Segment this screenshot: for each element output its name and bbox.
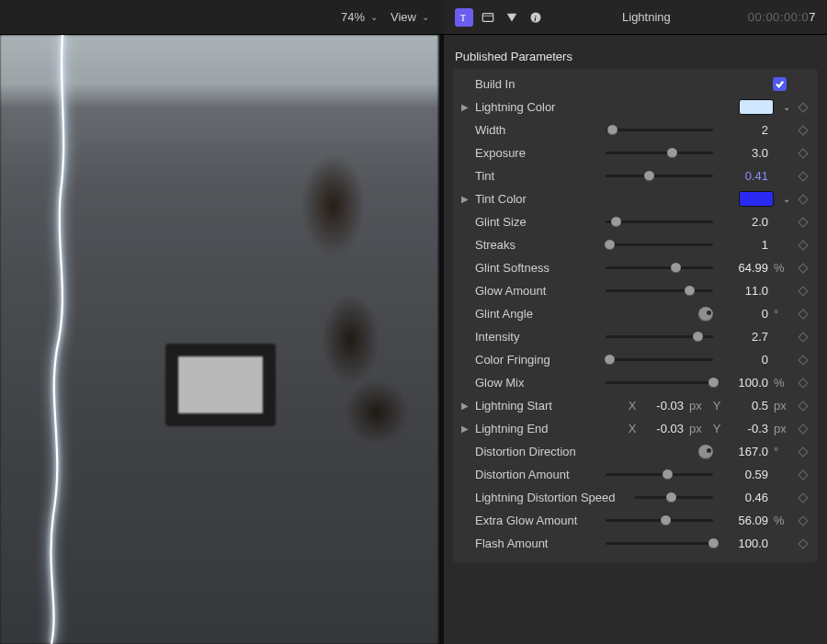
tab-text[interactable]: T — [455, 8, 473, 27]
param-flash-amount: Flash Amount 100.0 — [453, 532, 818, 555]
slider-tint[interactable] — [606, 170, 713, 183]
slider-distortion-amount[interactable] — [606, 469, 713, 481]
keyframe-button[interactable] — [794, 265, 812, 272]
dial-glint-angle[interactable] — [698, 307, 713, 322]
keyframe-button[interactable] — [794, 494, 812, 502]
keyframe-button[interactable] — [794, 379, 812, 387]
param-glow-mix: Glow Mix 100.0% — [453, 371, 818, 394]
param-streaks: Streaks 1 — [453, 233, 818, 256]
slider-lightning-distortion-speed[interactable] — [635, 491, 713, 504]
param-intensity: Intensity 2.7 — [453, 325, 818, 348]
param-distortion-amount: Distortion Amount 0.59 — [453, 463, 818, 486]
inspector-tabs: T i — [455, 8, 545, 27]
zoom-value: 74% — [341, 10, 365, 24]
viewer-canvas[interactable] — [0, 35, 444, 644]
keyframe-button[interactable] — [794, 104, 812, 111]
slider-streaks[interactable] — [606, 239, 713, 252]
param-tint-color: ▶ Tint Color ⌄ — [453, 187, 818, 210]
keyframe-button[interactable] — [794, 402, 812, 410]
param-glint-angle: Glint Angle 0° — [453, 302, 818, 325]
slider-intensity[interactable] — [606, 331, 713, 344]
keyframe-button[interactable] — [794, 311, 812, 318]
value-lightning-end-x[interactable]: -0.03 — [643, 422, 684, 435]
section-header: Published Parameters — [453, 42, 818, 69]
inspector-title: Lightning — [545, 10, 748, 24]
disclosure-triangle-icon[interactable]: ▶ — [459, 102, 471, 112]
keyframe-button[interactable] — [794, 219, 812, 226]
param-extra-glow-amount: Extra Glow Amount 56.09% — [453, 509, 818, 532]
keyframe-button[interactable] — [794, 356, 812, 364]
value-lightning-start-y[interactable]: 0.5 — [728, 399, 768, 412]
timecode-readout: 00:00:00:07 — [748, 10, 816, 24]
slider-glint-softness[interactable] — [606, 262, 713, 275]
svg-marker-3 — [507, 13, 517, 21]
inspector-body: Published Parameters Build In ▶ — [444, 35, 827, 644]
keyframe-button[interactable] — [794, 540, 812, 548]
chevron-down-icon: ⌄ — [370, 12, 378, 22]
chevron-down-icon[interactable]: ⌄ — [783, 102, 790, 112]
keyframe-button[interactable] — [794, 471, 812, 479]
checkbox-build-in[interactable] — [773, 77, 787, 91]
label-build-in: Build In — [475, 77, 602, 91]
slider-extra-glow-amount[interactable] — [606, 514, 713, 527]
keyframe-button[interactable] — [794, 517, 812, 525]
view-menu[interactable]: View ⌄ — [391, 10, 429, 24]
view-label: View — [391, 10, 416, 24]
keyframe-button[interactable] — [794, 127, 812, 134]
keyframe-button[interactable] — [794, 333, 812, 341]
disclosure-triangle-icon[interactable]: ▶ — [459, 424, 471, 434]
slider-color-fringing[interactable] — [606, 354, 713, 367]
slider-glint-size[interactable] — [606, 216, 713, 229]
zoom-menu[interactable]: 74% ⌄ — [341, 10, 378, 24]
param-tint: Tint 0.41 — [453, 164, 818, 187]
param-lightning-color: ▶ Lightning Color ⌄ — [453, 96, 818, 119]
keyframe-button[interactable] — [794, 288, 812, 295]
param-glint-size: Glint Size 2.0 — [453, 210, 818, 233]
param-color-fringing: Color Fringing 0 — [453, 348, 818, 371]
param-build-in: Build In — [453, 73, 818, 96]
dial-distortion-direction[interactable] — [698, 445, 713, 459]
inspector-header: T i Lightning 00:00:00:07 — [444, 0, 827, 35]
timecode-prefix: 00:00:00:0 — [748, 10, 809, 24]
tab-video[interactable] — [479, 8, 497, 27]
disclosure-triangle-icon[interactable]: ▶ — [459, 401, 471, 411]
chevron-down-icon: ⌄ — [422, 12, 429, 22]
canvas-shape — [165, 344, 276, 426]
value-lightning-end-y[interactable]: -0.3 — [728, 422, 768, 435]
param-lightning-start: ▶ Lightning Start X -0.03 px Y 0.5 px — [453, 394, 818, 417]
svg-text:T: T — [460, 12, 467, 22]
svg-rect-1 — [482, 13, 493, 21]
param-glow-amount: Glow Amount 11.0 — [453, 279, 818, 302]
parameters-group: Build In ▶ Lightning Color ⌄ — [453, 69, 818, 562]
slider-width[interactable] — [606, 124, 713, 137]
keyframe-button[interactable] — [794, 173, 812, 180]
colorwell-tint-color[interactable] — [739, 191, 774, 207]
param-exposure: Exposure 3.0 — [453, 141, 818, 164]
param-lightning-end: ▶ Lightning End X -0.03 px Y -0.3 px — [453, 417, 818, 440]
colorwell-lightning-color[interactable] — [739, 99, 774, 115]
timecode-frame: 7 — [809, 10, 816, 24]
chevron-down-icon[interactable]: ⌄ — [783, 194, 790, 204]
tab-filter[interactable] — [503, 8, 521, 27]
slider-glow-amount[interactable] — [606, 285, 713, 298]
keyframe-button[interactable] — [794, 425, 812, 433]
slider-exposure[interactable] — [606, 147, 713, 160]
viewer-toolbar: 74% ⌄ View ⌄ — [0, 0, 444, 35]
param-distortion-direction: Distortion Direction 167.0° — [453, 440, 818, 463]
slider-glow-mix[interactable] — [606, 377, 713, 390]
canvas-backdrop — [0, 35, 438, 644]
slider-flash-amount[interactable] — [606, 537, 713, 550]
param-lightning-distortion-speed: Lightning Distortion Speed 0.46 — [453, 486, 818, 509]
keyframe-button[interactable] — [794, 448, 812, 456]
param-width: Width 2 — [453, 119, 818, 141]
disclosure-triangle-icon[interactable]: ▶ — [459, 194, 471, 204]
param-glint-softness: Glint Softness 64.99% — [453, 256, 818, 279]
tab-info[interactable]: i — [527, 8, 545, 27]
value-lightning-start-x[interactable]: -0.03 — [643, 399, 684, 412]
keyframe-button[interactable] — [794, 196, 812, 203]
keyframe-button[interactable] — [794, 242, 812, 249]
keyframe-button[interactable] — [794, 150, 812, 157]
